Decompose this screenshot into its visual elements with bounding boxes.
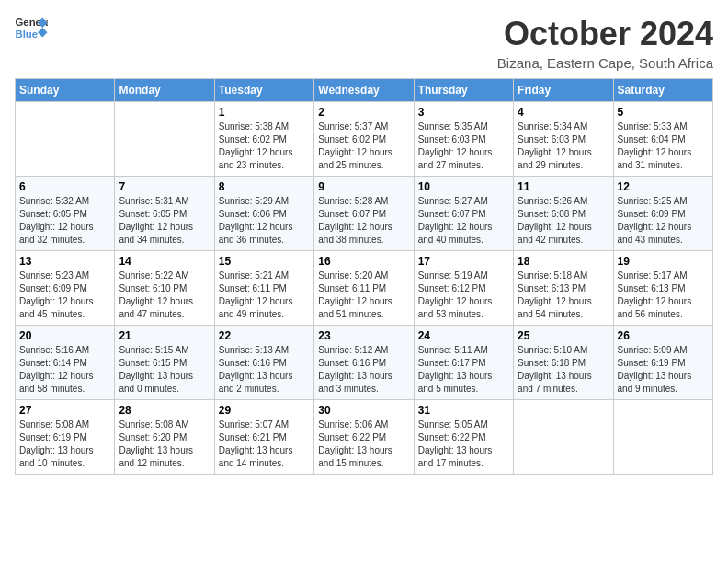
calendar-cell: 25Sunrise: 5:10 AMSunset: 6:18 PMDayligh… (514, 326, 613, 400)
day-number: 9 (318, 180, 409, 193)
calendar-week: 1Sunrise: 5:38 AMSunset: 6:02 PMDaylight… (16, 102, 713, 177)
day-info: Sunrise: 5:37 AMSunset: 6:02 PMDaylight:… (318, 121, 409, 172)
day-info: Sunrise: 5:12 AMSunset: 6:16 PMDaylight:… (318, 344, 409, 396)
day-info: Sunrise: 5:38 AMSunset: 6:02 PMDaylight:… (219, 121, 310, 172)
day-info: Sunrise: 5:26 AMSunset: 6:08 PMDaylight:… (518, 195, 609, 247)
calendar-cell: 2Sunrise: 5:37 AMSunset: 6:02 PMDaylight… (314, 102, 414, 177)
day-info: Sunrise: 5:34 AMSunset: 6:03 PMDaylight:… (518, 121, 609, 172)
calendar-week: 6Sunrise: 5:32 AMSunset: 6:05 PMDaylight… (16, 177, 713, 251)
day-number: 2 (318, 106, 409, 119)
day-info: Sunrise: 5:05 AMSunset: 6:22 PMDaylight:… (418, 419, 509, 470)
day-info: Sunrise: 5:33 AMSunset: 6:04 PMDaylight:… (618, 121, 709, 172)
calendar-cell (514, 400, 613, 475)
day-number: 1 (219, 106, 310, 119)
calendar-cell: 7Sunrise: 5:31 AMSunset: 6:05 PMDaylight… (115, 177, 214, 251)
day-info: Sunrise: 5:35 AMSunset: 6:03 PMDaylight:… (418, 121, 509, 172)
day-info: Sunrise: 5:28 AMSunset: 6:07 PMDaylight:… (318, 195, 409, 247)
day-info: Sunrise: 5:29 AMSunset: 6:06 PMDaylight:… (219, 195, 310, 247)
calendar-cell: 30Sunrise: 5:06 AMSunset: 6:22 PMDayligh… (314, 400, 414, 475)
weekday-header: Tuesday (214, 79, 313, 102)
calendar-cell: 1Sunrise: 5:38 AMSunset: 6:02 PMDaylight… (214, 102, 313, 177)
calendar-cell: 27Sunrise: 5:08 AMSunset: 6:19 PMDayligh… (16, 400, 115, 475)
day-info: Sunrise: 5:16 AMSunset: 6:14 PMDaylight:… (19, 344, 110, 396)
day-info: Sunrise: 5:21 AMSunset: 6:11 PMDaylight:… (219, 270, 310, 321)
day-info: Sunrise: 5:08 AMSunset: 6:20 PMDaylight:… (119, 419, 210, 470)
day-number: 19 (618, 255, 709, 268)
page-header: General Blue October 2024 Bizana, Easter… (15, 15, 713, 71)
month-title: October 2024 (497, 15, 713, 53)
calendar-cell: 26Sunrise: 5:09 AMSunset: 6:19 PMDayligh… (613, 326, 712, 400)
day-number: 8 (219, 180, 310, 193)
day-info: Sunrise: 5:17 AMSunset: 6:13 PMDaylight:… (618, 270, 709, 321)
day-number: 23 (318, 329, 409, 342)
day-info: Sunrise: 5:07 AMSunset: 6:21 PMDaylight:… (219, 419, 310, 470)
weekday-header: Thursday (414, 79, 513, 102)
day-number: 5 (618, 106, 709, 119)
calendar-cell: 17Sunrise: 5:19 AMSunset: 6:12 PMDayligh… (414, 251, 513, 326)
day-number: 7 (119, 180, 210, 193)
weekday-header: Wednesday (314, 79, 414, 102)
calendar-cell: 13Sunrise: 5:23 AMSunset: 6:09 PMDayligh… (16, 251, 115, 326)
svg-text:Blue: Blue (16, 29, 39, 40)
calendar-cell: 23Sunrise: 5:12 AMSunset: 6:16 PMDayligh… (314, 326, 414, 400)
calendar-week: 27Sunrise: 5:08 AMSunset: 6:19 PMDayligh… (16, 400, 713, 475)
day-info: Sunrise: 5:18 AMSunset: 6:13 PMDaylight:… (518, 270, 609, 321)
day-number: 20 (19, 329, 110, 342)
calendar-cell (613, 400, 712, 475)
day-number: 26 (618, 329, 709, 342)
calendar-week: 20Sunrise: 5:16 AMSunset: 6:14 PMDayligh… (16, 326, 713, 400)
calendar-cell: 21Sunrise: 5:15 AMSunset: 6:15 PMDayligh… (115, 326, 214, 400)
logo: General Blue (15, 15, 48, 40)
weekday-header: Friday (514, 79, 613, 102)
day-number: 28 (119, 404, 210, 417)
day-number: 24 (418, 329, 509, 342)
calendar-cell: 31Sunrise: 5:05 AMSunset: 6:22 PMDayligh… (414, 400, 513, 475)
day-number: 25 (518, 329, 609, 342)
title-block: October 2024 Bizana, Eastern Cape, South… (497, 15, 713, 71)
weekday-header: Sunday (16, 79, 115, 102)
day-number: 18 (518, 255, 609, 268)
day-number: 21 (119, 329, 210, 342)
day-number: 29 (219, 404, 310, 417)
day-number: 17 (418, 255, 509, 268)
day-info: Sunrise: 5:25 AMSunset: 6:09 PMDaylight:… (618, 195, 709, 247)
day-number: 10 (418, 180, 509, 193)
calendar-cell: 24Sunrise: 5:11 AMSunset: 6:17 PMDayligh… (414, 326, 513, 400)
calendar-week: 13Sunrise: 5:23 AMSunset: 6:09 PMDayligh… (16, 251, 713, 326)
calendar-cell: 16Sunrise: 5:20 AMSunset: 6:11 PMDayligh… (314, 251, 414, 326)
day-number: 22 (219, 329, 310, 342)
day-info: Sunrise: 5:27 AMSunset: 6:07 PMDaylight:… (418, 195, 509, 247)
calendar-cell: 5Sunrise: 5:33 AMSunset: 6:04 PMDaylight… (613, 102, 712, 177)
day-info: Sunrise: 5:08 AMSunset: 6:19 PMDaylight:… (19, 419, 110, 470)
day-number: 30 (318, 404, 409, 417)
calendar-cell: 8Sunrise: 5:29 AMSunset: 6:06 PMDaylight… (214, 177, 313, 251)
day-number: 16 (318, 255, 409, 268)
calendar-cell: 20Sunrise: 5:16 AMSunset: 6:14 PMDayligh… (16, 326, 115, 400)
day-info: Sunrise: 5:20 AMSunset: 6:11 PMDaylight:… (318, 270, 409, 321)
calendar-cell: 12Sunrise: 5:25 AMSunset: 6:09 PMDayligh… (613, 177, 712, 251)
day-info: Sunrise: 5:10 AMSunset: 6:18 PMDaylight:… (518, 344, 609, 396)
day-info: Sunrise: 5:23 AMSunset: 6:09 PMDaylight:… (19, 270, 110, 321)
calendar-cell: 11Sunrise: 5:26 AMSunset: 6:08 PMDayligh… (514, 177, 613, 251)
calendar-cell: 9Sunrise: 5:28 AMSunset: 6:07 PMDaylight… (314, 177, 414, 251)
calendar-cell: 15Sunrise: 5:21 AMSunset: 6:11 PMDayligh… (214, 251, 313, 326)
day-info: Sunrise: 5:32 AMSunset: 6:05 PMDaylight:… (19, 195, 110, 247)
day-info: Sunrise: 5:15 AMSunset: 6:15 PMDaylight:… (119, 344, 210, 396)
day-number: 11 (518, 180, 609, 193)
day-number: 4 (518, 106, 609, 119)
day-info: Sunrise: 5:09 AMSunset: 6:19 PMDaylight:… (618, 344, 709, 396)
calendar-cell: 6Sunrise: 5:32 AMSunset: 6:05 PMDaylight… (16, 177, 115, 251)
day-number: 13 (19, 255, 110, 268)
calendar-cell: 28Sunrise: 5:08 AMSunset: 6:20 PMDayligh… (115, 400, 214, 475)
calendar-cell (115, 102, 214, 177)
calendar-cell: 29Sunrise: 5:07 AMSunset: 6:21 PMDayligh… (214, 400, 313, 475)
day-number: 15 (219, 255, 310, 268)
calendar-table: SundayMondayTuesdayWednesdayThursdayFrid… (15, 78, 713, 475)
day-info: Sunrise: 5:31 AMSunset: 6:05 PMDaylight:… (119, 195, 210, 247)
location: Bizana, Eastern Cape, South Africa (497, 55, 713, 71)
calendar-cell: 22Sunrise: 5:13 AMSunset: 6:16 PMDayligh… (214, 326, 313, 400)
day-info: Sunrise: 5:22 AMSunset: 6:10 PMDaylight:… (119, 270, 210, 321)
calendar-cell: 3Sunrise: 5:35 AMSunset: 6:03 PMDaylight… (414, 102, 513, 177)
calendar-cell: 14Sunrise: 5:22 AMSunset: 6:10 PMDayligh… (115, 251, 214, 326)
day-info: Sunrise: 5:19 AMSunset: 6:12 PMDaylight:… (418, 270, 509, 321)
